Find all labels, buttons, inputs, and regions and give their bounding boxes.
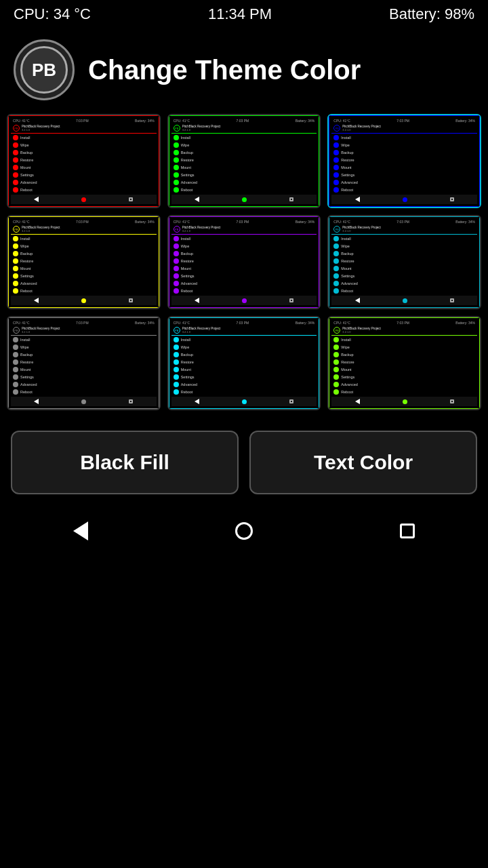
theme-card-cyan[interactable]: CPU: 41°C 7:03 PM Battery: 34% PB PitchB… (327, 215, 481, 309)
battery-status: Battery: 98% (389, 5, 474, 23)
app-logo: PB (14, 39, 75, 100)
system-navbar (0, 508, 488, 561)
back-button[interactable] (73, 521, 88, 540)
theme-card-yellow[interactable]: CPU: 41°C 7:03 PM Battery: 34% PB PitchB… (7, 215, 161, 309)
theme-card-red[interactable]: CPU: 41°C 7:03 PM Battery: 34% PB PitchB… (7, 114, 161, 208)
theme-card-blue[interactable]: CPU: 41°C 7:03 PM Battery: 34% PB PitchB… (327, 114, 481, 208)
theme-card-lime[interactable]: CPU: 41°C 7:03 PM Battery: 34% PB PitchB… (327, 316, 481, 410)
bottom-buttons: Black Fill Text Color (0, 417, 488, 508)
logo-text: PB (20, 46, 68, 94)
time-status: 11:34 PM (208, 5, 272, 23)
recent-button[interactable] (400, 524, 415, 538)
home-button[interactable] (235, 522, 253, 540)
text-color-button[interactable]: Text Color (249, 431, 477, 494)
theme-card-green[interactable]: CPU: 41°C 7:03 PM Battery: 34% PB PitchB… (167, 114, 321, 208)
status-bar: CPU: 34 °C 11:34 PM Battery: 98% (0, 0, 488, 28)
app-header: PB Change Theme Color (0, 28, 488, 114)
black-fill-button[interactable]: Black Fill (11, 431, 239, 494)
theme-grid: CPU: 41°C 7:03 PM Battery: 34% PB PitchB… (0, 114, 488, 410)
page-title: Change Theme Color (88, 55, 361, 85)
cpu-status: CPU: 34 °C (14, 5, 91, 23)
theme-card-teal[interactable]: CPU: 41°C 7:03 PM Battery: 34% PB PitchB… (167, 316, 321, 410)
theme-card-grey[interactable]: CPU: 41°C 7:03 PM Battery: 34% PB PitchB… (7, 316, 161, 410)
theme-card-purple[interactable]: CPU: 41°C 7:03 PM Battery: 34% PB PitchB… (167, 215, 321, 309)
